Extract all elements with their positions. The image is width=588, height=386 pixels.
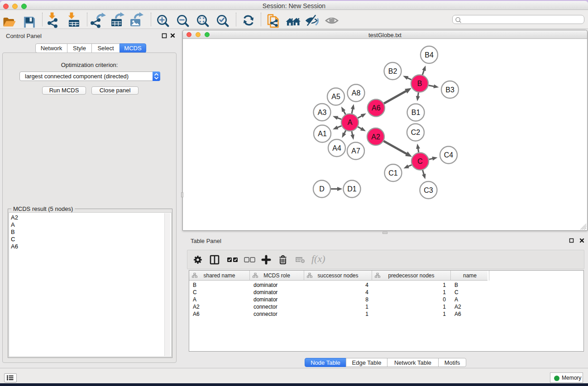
svg-text:B4: B4 [425,51,434,59]
svg-text:A5: A5 [331,93,340,100]
svg-text:A7: A7 [351,147,360,155]
svg-text:B1: B1 [411,109,421,116]
svg-text:C3: C3 [424,186,433,194]
svg-text:D: D [319,185,325,193]
svg-text:B3: B3 [445,86,454,94]
svg-text:D1: D1 [347,185,357,193]
svg-text:A6: A6 [372,104,381,112]
svg-text:A2: A2 [371,133,380,141]
svg-text:C1: C1 [388,169,398,177]
svg-text:A4: A4 [332,144,341,152]
svg-text:C4: C4 [444,151,454,159]
svg-text:A3: A3 [318,109,327,116]
svg-text:C2: C2 [411,129,421,136]
svg-text:A1: A1 [318,130,327,138]
svg-text:A: A [348,119,353,126]
svg-text:B: B [417,80,422,87]
svg-text:B2: B2 [388,67,397,75]
svg-text:A8: A8 [352,89,361,97]
svg-text:C: C [417,157,423,165]
